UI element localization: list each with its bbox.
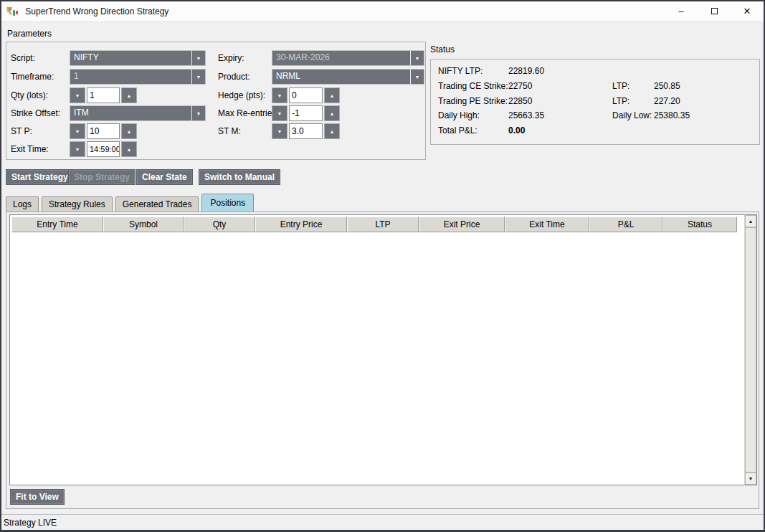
- hedge-pts-spinner: ▼ ▲: [272, 87, 340, 103]
- exit-time-label: Exit Time:: [11, 144, 49, 154]
- chevron-down-icon[interactable]: ▼: [191, 70, 205, 84]
- spin-down-button[interactable]: ▼: [70, 87, 85, 103]
- candlestick-icon: [16, 11, 18, 14]
- spin-up-button[interactable]: ▲: [121, 123, 137, 139]
- timeframe-dropdown[interactable]: 1 ▼: [70, 69, 206, 85]
- col-header-entry-price[interactable]: Entry Price: [255, 217, 347, 232]
- scroll-down-icon[interactable]: ▼: [745, 472, 756, 485]
- status-groupbox: NIFTY LTP: 22819.60 Trading CE Strike: 2…: [430, 59, 760, 145]
- col-header-symbol[interactable]: Symbol: [103, 217, 184, 232]
- col-header-exit-price[interactable]: Exit Price: [419, 217, 505, 232]
- candlestick-icon: [13, 10, 15, 16]
- minimize-icon: –: [678, 6, 683, 16]
- st-p-label: ST P:: [11, 126, 32, 136]
- timeframe-label: Timeframe:: [11, 72, 54, 82]
- minimize-button[interactable]: –: [665, 1, 698, 21]
- daily-high-label: Daily High:: [438, 110, 480, 120]
- app-window: ₹ SuperTrend Wrong Direction Strategy – …: [0, 0, 765, 532]
- status-row-nifty-ltp: NIFTY LTP: 22819.60: [431, 66, 759, 77]
- scroll-up-icon[interactable]: ▲: [745, 215, 756, 227]
- strike-offset-label: Strike Offset:: [11, 108, 60, 118]
- st-p-input[interactable]: [87, 123, 120, 139]
- chevron-down-icon[interactable]: ▼: [191, 106, 205, 120]
- spin-down-button[interactable]: ▼: [272, 87, 288, 103]
- maximize-button[interactable]: [698, 1, 731, 21]
- spin-up-button[interactable]: ▲: [121, 87, 137, 103]
- clear-state-button[interactable]: Clear State: [136, 169, 193, 185]
- qty-lots-spinner: ▼ ▲: [70, 87, 137, 103]
- spin-up-button[interactable]: ▲: [324, 123, 340, 139]
- nifty-ltp-value: 22819.60: [508, 66, 544, 76]
- app-icon: ₹: [6, 7, 18, 16]
- window-controls: – ✕: [665, 1, 764, 21]
- spin-down-button[interactable]: ▼: [272, 105, 288, 121]
- st-m-spinner: ▼ ▲: [272, 123, 340, 139]
- st-m-input[interactable]: [289, 123, 323, 139]
- daily-low-value: 25380.35: [654, 110, 690, 120]
- exit-time-spinner: ▼ ▲: [70, 141, 137, 157]
- col-header-qty[interactable]: Qty: [184, 217, 255, 232]
- start-strategy-button[interactable]: Start Strategy: [6, 169, 74, 185]
- col-header-ltp[interactable]: LTP: [347, 217, 419, 232]
- status-group-label: Status: [430, 44, 455, 54]
- spin-down-button[interactable]: ▼: [272, 123, 288, 139]
- close-button[interactable]: ✕: [731, 1, 764, 21]
- hedge-pts-label: Hedge (pts):: [218, 90, 265, 100]
- tab-generated-trades[interactable]: Generated Trades: [115, 196, 199, 212]
- st-p-spinner: ▼ ▲: [70, 123, 137, 139]
- total-pnl-value: 0.00: [508, 125, 525, 136]
- max-reentries-input[interactable]: [289, 105, 323, 121]
- parameters-groupbox: Script: NIFTY ▼ Timeframe: 1 ▼ Qty (lots…: [6, 42, 426, 160]
- stop-strategy-button: Stop Strategy: [68, 169, 136, 185]
- daily-high-value: 25663.35: [508, 110, 544, 120]
- exit-time-input[interactable]: [87, 141, 120, 157]
- tab-logs[interactable]: Logs: [6, 196, 39, 212]
- expiry-dropdown[interactable]: 30-MAR-2026 ▼: [272, 50, 424, 66]
- product-dropdown[interactable]: NRML ▼: [272, 69, 424, 85]
- chevron-down-icon[interactable]: ▼: [191, 51, 205, 65]
- switch-to-manual-button[interactable]: Switch to Manual: [199, 169, 280, 185]
- pe-strike-label: Trading PE Strike:: [438, 96, 508, 106]
- col-header-pnl[interactable]: P&L: [589, 217, 662, 232]
- tab-strategy-rules[interactable]: Strategy Rules: [42, 196, 113, 212]
- spin-up-button[interactable]: ▲: [324, 105, 340, 121]
- scrollbar-track[interactable]: [745, 227, 756, 472]
- pe-ltp-label: LTP:: [612, 96, 629, 106]
- expiry-value: 30-MAR-2026: [272, 51, 410, 65]
- product-value: NRML: [272, 70, 410, 84]
- vertical-scrollbar[interactable]: ▲ ▼: [744, 215, 756, 485]
- strike-offset-value: ITM: [70, 106, 191, 120]
- spin-up-button[interactable]: ▲: [324, 87, 340, 103]
- spin-down-button[interactable]: ▼: [70, 141, 85, 157]
- pe-strike-value: 22850: [508, 96, 532, 106]
- hedge-pts-input[interactable]: [289, 87, 323, 103]
- col-header-exit-time[interactable]: Exit Time: [505, 217, 589, 232]
- strike-offset-dropdown[interactable]: ITM ▼: [70, 105, 206, 121]
- spin-up-button[interactable]: ▲: [121, 141, 137, 157]
- chevron-down-icon[interactable]: ▼: [410, 70, 424, 84]
- status-bar-text: Strategy LIVE: [4, 518, 57, 528]
- col-header-entry-time[interactable]: Entry Time: [11, 217, 103, 232]
- max-reentries-spinner: ▼ ▲: [272, 105, 340, 121]
- st-m-label: ST M:: [218, 126, 241, 136]
- positions-table-content: Entry Time Symbol Qty Entry Price LTP Ex…: [10, 215, 744, 485]
- script-dropdown[interactable]: NIFTY ▼: [70, 50, 206, 66]
- col-header-status[interactable]: Status: [662, 217, 737, 232]
- total-pnl-label: Total P&L:: [438, 125, 477, 136]
- tab-positions[interactable]: Positions: [201, 194, 254, 212]
- fit-to-view-button[interactable]: Fit to View: [10, 489, 65, 505]
- parameters-group-label: Parameters: [7, 29, 52, 39]
- title-bar: ₹ SuperTrend Wrong Direction Strategy – …: [1, 1, 764, 22]
- daily-low-label: Daily Low:: [612, 110, 652, 120]
- script-label: Script:: [11, 53, 35, 63]
- ce-strike-value: 22750: [508, 81, 532, 91]
- scrollbar-thumb[interactable]: [745, 227, 756, 472]
- status-row-total-pnl: Total P&L: 0.00: [431, 125, 759, 137]
- chevron-down-icon[interactable]: ▼: [410, 51, 424, 65]
- spin-down-button[interactable]: ▼: [70, 123, 85, 139]
- maximize-icon: [711, 8, 718, 14]
- qty-lots-input[interactable]: [87, 87, 120, 103]
- product-label: Product:: [218, 72, 250, 82]
- script-value: NIFTY: [70, 51, 191, 65]
- nifty-ltp-label: NIFTY LTP:: [438, 66, 483, 76]
